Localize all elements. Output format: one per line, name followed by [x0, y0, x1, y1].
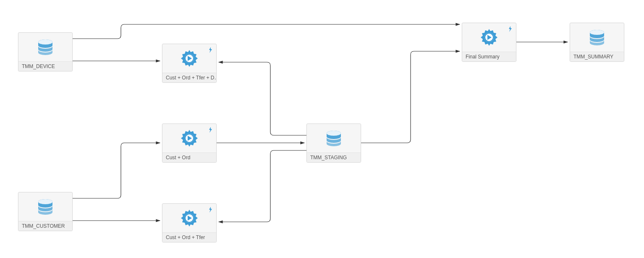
database-icon — [18, 33, 72, 61]
node-label: Final Summary — [462, 52, 516, 61]
node-tmm-staging[interactable]: TMM_STAGING — [306, 124, 361, 163]
plug-icon — [207, 47, 214, 55]
node-label: TMM_CUSTOMER — [18, 221, 72, 231]
gear-icon — [162, 124, 216, 153]
node-tmm-customer[interactable]: TMM_CUSTOMER — [18, 192, 73, 231]
plug-icon — [207, 126, 214, 134]
plug-icon — [507, 26, 513, 34]
node-label: Cust + Ord + Tfer + D… — [162, 73, 216, 82]
node-cust-ord-tfer-d[interactable]: Cust + Ord + Tfer + D… — [162, 44, 217, 83]
node-label: Cust + Ord + Tfer — [162, 232, 216, 242]
svg-point-1 — [38, 39, 52, 45]
plug-icon — [207, 206, 214, 214]
node-label: Cust + Ord — [162, 153, 216, 162]
node-cust-ord[interactable]: Cust + Ord — [162, 124, 217, 163]
node-cust-ord-tfer[interactable]: Cust + Ord + Tfer — [162, 203, 217, 242]
gear-icon — [162, 44, 216, 73]
node-label: TMM_DEVICE — [18, 61, 72, 71]
node-final-summary[interactable]: Final Summary — [462, 23, 516, 62]
node-tmm-summary[interactable]: TMM_SUMMARY — [570, 23, 624, 62]
gear-icon — [162, 204, 216, 232]
database-icon — [18, 192, 72, 221]
gear-icon — [462, 23, 516, 52]
svg-point-11 — [327, 131, 341, 136]
node-label: TMM_STAGING — [307, 153, 361, 162]
database-icon — [570, 23, 624, 52]
node-label: TMM_SUMMARY — [570, 52, 624, 61]
node-tmm-device[interactable]: TMM_DEVICE — [18, 32, 73, 71]
svg-point-7 — [38, 199, 52, 204]
database-icon — [307, 124, 361, 153]
svg-point-15 — [590, 30, 604, 35]
diagram-canvas[interactable]: TMM_DEVICE Cust + Ord + Tfer + D… Cust +… — [0, 0, 644, 258]
